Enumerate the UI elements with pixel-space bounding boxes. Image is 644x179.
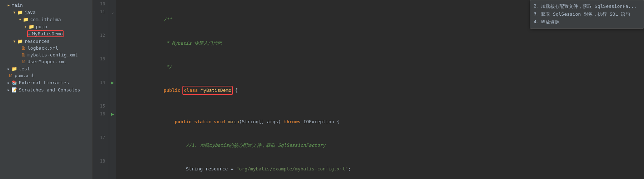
classname-mybatisdemo: MyBatisDemo — [201, 88, 231, 93]
project-sidebar: ▸ main ▾ 📁 java ▾ 📁 com.itheima ▸ 📁 pojo… — [0, 0, 93, 179]
scratches-arrow: ▸ — [7, 87, 10, 93]
sidebar-item-scratches[interactable]: ▸ 📝 Scratches and Consoles — [0, 86, 92, 93]
line-num-14: 14 — [93, 79, 109, 102]
popup-text-2: 获取 SqlSession 对象，执行 SQL 语句 — [541, 11, 630, 18]
line-gutter-11: ⌄ — [109, 8, 116, 31]
sidebar-item-pom[interactable]: 🗎 pom.xml — [0, 72, 92, 79]
sidebar-label-logback: logback.xml — [27, 45, 58, 51]
sidebar-label-pom: pom.xml — [15, 73, 34, 78]
sidebar-item-test[interactable]: ▸ 📁 test — [0, 65, 92, 72]
pojo-folder-icon: ▸ — [24, 24, 27, 29]
pojo-folder-icon2: 📁 — [29, 24, 34, 29]
table-row: 15 — [93, 102, 644, 110]
sidebar-label-resources: resources — [24, 39, 49, 44]
run-arrow-14[interactable]: ▶ — [111, 80, 114, 85]
sidebar-item-usermapper[interactable]: 🗎 UserMapper.xml — [0, 58, 92, 65]
line-num-13: 13 — [93, 55, 109, 79]
sidebar-label-java: java — [24, 10, 35, 15]
line-gutter-14: ▶ — [109, 79, 116, 102]
comment-span-12: * Mybatis 快速入门代码 — [152, 40, 222, 46]
table-row: 16 ▶ public static void main(String[] ar… — [93, 110, 644, 134]
line-gutter-16: ▶ — [109, 110, 116, 134]
type-string-18: String — [186, 166, 206, 171]
line-num-18: 18 — [93, 157, 109, 179]
line-num-17: 17 — [93, 134, 109, 157]
popup-item-3: 4. 释放资源 — [534, 18, 640, 26]
sidebar-item-mybatis-demo[interactable]: ☕ MyBatisDemo — [0, 30, 92, 38]
table-row: 13 */ — [93, 55, 644, 79]
folder-open-icon2: ▾ — [19, 16, 21, 22]
line-gutter-13 — [109, 55, 116, 79]
sidebar-item-external-libraries[interactable]: ▸ 📚 External Libraries — [0, 79, 92, 86]
folder-open-icon: ▾ — [13, 9, 16, 15]
brace-open-16: { — [334, 119, 340, 124]
sidebar-label-main: main — [11, 3, 22, 8]
popup-text-1: 加载核心配置文件，获取 SqlSessionFa... — [541, 3, 637, 10]
sidebar-label-mybatis-config: mybatis-config.xml — [27, 52, 78, 58]
sidebar-item-main[interactable]: ▸ main — [0, 1, 92, 9]
popup-item-2: 3. 获取 SqlSession 对象，执行 SQL 语句 — [534, 10, 640, 18]
sidebar-label-com-itheima: com.itheima — [30, 17, 61, 22]
run-arrow-16[interactable]: ▶ — [111, 111, 114, 117]
type-ioexception: IOException — [303, 119, 334, 124]
line-content-18: String resource = "org/mybatis/example/m… — [116, 157, 644, 179]
var-resource: resource = — [206, 166, 236, 171]
line-content-12: * Mybatis 快速入门代码 — [116, 31, 644, 55]
test-folder-arrow: ▸ — [7, 66, 10, 71]
com-itheima-folder-icon: 📁 — [23, 17, 29, 22]
sidebar-label-scratches: Scratches and Consoles — [19, 87, 80, 93]
sidebar-label-test: test — [19, 66, 30, 71]
sidebar-item-java[interactable]: ▾ 📁 java — [0, 9, 92, 16]
method-main: main — [228, 119, 239, 124]
ext-lib-icon: 📚 — [11, 80, 17, 85]
sidebar-item-com-itheima[interactable]: ▾ 📁 com.itheima — [0, 16, 92, 23]
main-code-area: 10 11 ⌄ /** 12 — [93, 0, 644, 179]
kw-public-16: public — [152, 119, 194, 124]
folder-icon: ▸ — [7, 2, 10, 8]
popup-item-1: 2. 加载核心配置文件，获取 SqlSessionFa... — [534, 3, 640, 10]
resources-folder-icon: 📁 — [17, 39, 23, 44]
sidebar-item-resources[interactable]: ▾ 📁 resources — [0, 38, 92, 45]
line-content-13: */ — [116, 55, 644, 79]
comment-span-11: /** — [152, 17, 172, 22]
line-gutter-12 — [109, 31, 116, 55]
semicolon-18: ; — [348, 166, 351, 171]
ext-lib-arrow: ▸ — [7, 80, 10, 85]
line-num-11: 11 — [93, 8, 109, 31]
kw-throws: throws — [284, 119, 303, 124]
table-row: 17 //1. 加载mybatis的核心配置文件，获取 SqlSessionFa… — [93, 134, 644, 157]
java-folder-icon: 📁 — [17, 10, 23, 15]
class-declaration-redbox: class MyBatisDemo — [183, 86, 232, 94]
pom-icon: 🗎 — [9, 73, 13, 78]
kw-public-14: public — [152, 88, 183, 93]
comment-span-13: */ — [152, 64, 172, 69]
bracket-16: [] — [258, 119, 267, 124]
java-class-icon: ☕ — [28, 31, 31, 36]
line-content-15 — [116, 102, 644, 110]
popup-num-1: 2. — [534, 3, 539, 9]
type-string: String — [242, 119, 258, 124]
sidebar-item-logback[interactable]: 🗎 logback.xml — [0, 45, 92, 51]
popup-text-3: 释放资源 — [541, 19, 559, 25]
line-content-14: public class MyBatisDemo { — [116, 79, 644, 102]
line-gutter-10 — [109, 0, 116, 8]
logback-xml-icon: 🗎 — [21, 45, 26, 51]
sidebar-label-mybatis-demo: MyBatisDemo — [32, 31, 63, 36]
resources-folder-arrow: ▾ — [13, 38, 16, 44]
sidebar-item-mybatis-config[interactable]: 🗎 mybatis-config.xml — [0, 51, 92, 58]
kw-static: static — [194, 119, 214, 124]
popup-num-3: 4. — [534, 19, 539, 24]
arg-args: args) — [267, 119, 284, 124]
line-num-12: 12 — [93, 31, 109, 55]
line-num-10: 10 — [93, 0, 109, 8]
usermapper-icon: 🗎 — [21, 59, 26, 64]
kw-class: class — [184, 88, 201, 93]
sidebar-item-pojo[interactable]: ▸ 📁 pojo — [0, 23, 92, 30]
table-row: 12 * Mybatis 快速入门代码 — [93, 31, 644, 55]
test-folder-icon: 📁 — [11, 66, 17, 71]
scratches-icon: 📝 — [11, 87, 17, 93]
line-content-16: public static void main(String[] args) t… — [116, 110, 644, 134]
mybatis-config-icon: 🗎 — [21, 52, 26, 58]
line-gutter-18 — [109, 157, 116, 179]
mybatis-demo-highlight: ☕ MyBatisDemo — [27, 30, 64, 37]
